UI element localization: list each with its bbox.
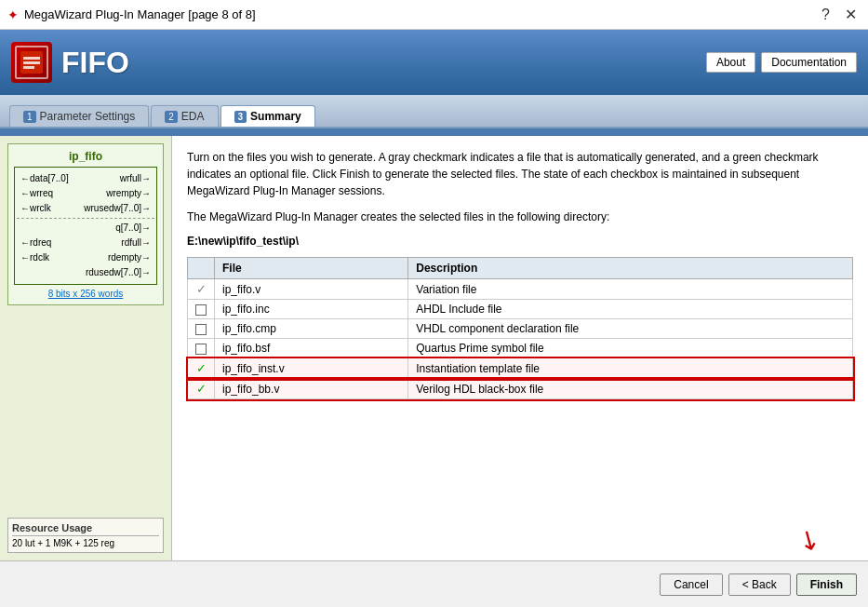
header-area: FIFO About Documentation: [0, 30, 868, 95]
about-button[interactable]: About: [706, 52, 755, 73]
tab1-num: 1: [23, 111, 36, 123]
table-row: ✓ip_fifo.vVariation file: [188, 279, 853, 300]
tab3-label: Summary: [250, 110, 301, 123]
header-logo: FIFO: [11, 42, 129, 83]
tab3-num: 3: [234, 111, 247, 123]
file-name-cell: ip_fifo.bsf: [215, 339, 408, 358]
signal-wrreq: wrreq: [20, 187, 53, 200]
tab-parameter-settings[interactable]: 1 Parameter Settings: [9, 105, 149, 127]
fifo-signal-row-6: rdclk rdempty: [17, 250, 154, 265]
title-bar-controls: ? ✕: [818, 6, 861, 23]
file-name-cell: ip_fifo.inc: [215, 300, 408, 319]
back-button[interactable]: < Back: [728, 573, 791, 596]
table-row: ✓ip_fifo_bb.vVerilog HDL black-box file: [188, 379, 853, 399]
resource-text: 20 lut + 1 M9K + 125 reg: [12, 538, 159, 548]
fifo-signal-row-4: q[7..0]: [17, 221, 154, 236]
col-header-checkbox: [188, 258, 215, 279]
file-name-cell: ip_fifo_bb.v: [215, 379, 408, 399]
unchecked-checkbox-icon[interactable]: [195, 324, 207, 335]
component-title: FIFO: [61, 46, 129, 80]
fifo-signal-row-7: rdusedw[7..0]: [17, 265, 154, 280]
fifo-logo-icon: [11, 42, 52, 83]
signal-q: q[7..0]: [115, 222, 151, 235]
table-row: ip_fifo.incAHDL Include file: [188, 300, 853, 319]
signal-wrempty: wrempty: [106, 187, 151, 200]
svg-rect-0: [20, 51, 43, 74]
fifo-info-text[interactable]: 8 bits x 256 words: [14, 289, 157, 299]
close-button[interactable]: ✕: [841, 6, 861, 23]
tab1-label: Parameter Settings: [40, 110, 136, 123]
signal-wrusedw: wrusedw[7..0]: [84, 202, 151, 215]
directory-path: E:\new\ip\fifo_test\ip\: [187, 235, 853, 248]
fifo-signal-row-1: data[7..0] wrfull: [17, 171, 154, 186]
fifo-signal-row-3: wrclk wrusedw[7..0]: [17, 201, 154, 216]
right-panel: Turn on the files you wish to generate. …: [172, 136, 868, 560]
svg-rect-1: [23, 57, 40, 60]
tab-summary[interactable]: 3 Summary: [220, 105, 315, 127]
fifo-signal-row-5: rdreq rdfull: [17, 236, 154, 250]
fifo-diagram-title: ip_fifo: [14, 150, 157, 163]
description-text-2: The MegaWizard Plug-In Manager creates t…: [187, 209, 853, 225]
signal-wrfull: wrfull: [120, 172, 151, 185]
app-icon: ✦: [7, 7, 19, 22]
unchecked-checkbox-icon[interactable]: [195, 304, 207, 316]
col-header-file: File: [215, 258, 408, 279]
bottom-bar: ↘ Cancel < Back Finish: [0, 560, 868, 607]
green-checkmark-icon: ✓: [196, 361, 207, 375]
table-row: ip_fifo.bsfQuartus Prime symbol file: [188, 339, 853, 358]
resource-title: Resource Usage: [12, 522, 159, 536]
unchecked-checkbox-icon[interactable]: [195, 344, 207, 355]
tab-eda[interactable]: 2 EDA: [151, 105, 218, 127]
finish-button[interactable]: Finish: [796, 573, 857, 596]
file-desc-cell: Variation file: [408, 279, 853, 300]
signal-rdreq: rdreq: [20, 236, 51, 250]
file-checkbox-cell[interactable]: ✓: [188, 279, 215, 300]
header-buttons: About Documentation: [706, 52, 857, 73]
help-button[interactable]: ?: [818, 7, 834, 23]
signal-rdfull: rdfull: [121, 236, 151, 250]
documentation-button[interactable]: Documentation: [761, 52, 857, 73]
file-checkbox-cell[interactable]: [188, 319, 215, 339]
signal-wrclk: wrclk: [20, 202, 51, 215]
cancel-button[interactable]: Cancel: [660, 573, 722, 596]
fifo-signal-row-2: wrreq wrempty: [17, 186, 154, 201]
file-checkbox-cell[interactable]: [188, 300, 215, 319]
file-checkbox-cell[interactable]: [188, 339, 215, 358]
svg-rect-3: [23, 66, 34, 69]
gray-checkmark-icon: ✓: [196, 282, 207, 296]
svg-rect-2: [23, 61, 40, 64]
file-name-cell: ip_fifo.cmp: [215, 319, 408, 339]
file-desc-cell: Instantiation template file: [408, 358, 853, 379]
file-desc-cell: VHDL component declaration file: [408, 319, 853, 339]
file-name-cell: ip_fifo_inst.v: [215, 358, 408, 379]
window-title: MegaWizard Plug-In Manager [page 8 of 8]: [24, 7, 256, 21]
signal-rdclk: rdclk: [20, 251, 49, 264]
col-header-desc: Description: [408, 258, 853, 279]
resource-box: Resource Usage 20 lut + 1 M9K + 125 reg: [7, 518, 164, 553]
signal-data: data[7..0]: [20, 172, 69, 185]
main-content: ip_fifo data[7..0] wrfull wrreq wrempty …: [0, 136, 868, 560]
file-desc-cell: Verilog HDL black-box file: [408, 379, 853, 399]
table-row: ip_fifo.cmpVHDL component declaration fi…: [188, 319, 853, 339]
file-desc-cell: Quartus Prime symbol file: [408, 339, 853, 358]
file-checkbox-cell[interactable]: ✓: [188, 358, 215, 379]
table-row: ✓ip_fifo_inst.vInstantiation template fi…: [188, 358, 853, 379]
description-text-1: Turn on the files you wish to generate. …: [187, 149, 853, 199]
directory-value: E:\new\ip\fifo_test\ip\: [187, 235, 299, 248]
blue-separator: [0, 128, 868, 136]
signal-rdempty: rdempty: [108, 251, 151, 264]
file-name-cell: ip_fifo.v: [215, 279, 408, 300]
tab2-num: 2: [165, 111, 178, 123]
left-panel: ip_fifo data[7..0] wrfull wrreq wrempty …: [0, 136, 172, 560]
fifo-diagram: ip_fifo data[7..0] wrfull wrreq wrempty …: [7, 143, 164, 305]
fifo-box: data[7..0] wrfull wrreq wrempty wrclk wr…: [14, 167, 157, 285]
signal-rdusedw: rdusedw[7..0]: [86, 266, 151, 279]
file-desc-cell: AHDL Include file: [408, 300, 853, 319]
tabs-bar: 1 Parameter Settings 2 EDA 3 Summary: [0, 95, 868, 128]
title-bar: ✦ MegaWizard Plug-In Manager [page 8 of …: [0, 0, 868, 30]
title-bar-left: ✦ MegaWizard Plug-In Manager [page 8 of …: [7, 7, 256, 22]
table-header-row: File Description: [188, 258, 853, 279]
tab2-label: EDA: [181, 110, 205, 123]
file-checkbox-cell[interactable]: ✓: [188, 379, 215, 399]
green-checkmark-icon: ✓: [196, 382, 207, 396]
